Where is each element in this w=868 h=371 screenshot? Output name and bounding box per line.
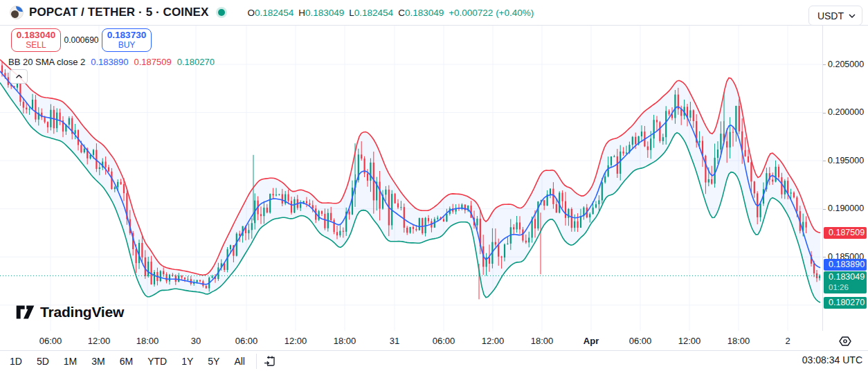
open-label: O: [247, 8, 255, 18]
low-label: L: [349, 8, 354, 18]
high-value: 0.183049: [305, 8, 344, 18]
sell-label: SELL: [26, 41, 46, 51]
time-tick-label: 06:00: [235, 336, 258, 346]
open-value: 0.182454: [255, 8, 293, 18]
price-tick-mark: [823, 113, 826, 114]
utc-clock[interactable]: 03:08:34 UTC: [802, 354, 862, 365]
range-button-1y[interactable]: 1Y: [177, 354, 197, 368]
price-tick-label: 0.195000: [828, 156, 864, 165]
buy-price: 0.183730: [107, 30, 146, 41]
symbol-block[interactable]: POPCAT / TETHER · 5 · COINEX: [10, 6, 208, 19]
price-tick-mark: [823, 64, 826, 65]
tradingview-logo-icon: [15, 303, 35, 321]
go-to-date-button[interactable]: [263, 354, 278, 369]
ohlc-readout: O0.182454 H0.183049 L0.182454 C0.183049 …: [247, 8, 534, 18]
symbol-title[interactable]: POPCAT / TETHER · 5 · COINEX: [29, 6, 208, 19]
time-tick-label: 12:00: [284, 336, 307, 346]
currency-selector-button[interactable]: USDT: [808, 6, 862, 26]
chart-canvas[interactable]: 0.183040 SELL 0.000690 0.183730 BUY BB 2…: [0, 26, 822, 331]
range-button-3m[interactable]: 3M: [87, 354, 109, 368]
watermark-text: TradingView: [40, 304, 124, 320]
toolbar-divider: [256, 354, 257, 369]
bollinger-indicator-legend[interactable]: BB 20 SMA close 2 0.183890 0.187509 0.18…: [8, 57, 215, 67]
price-label-badge: 0.18304901:26: [824, 271, 867, 293]
currency-label: USDT: [817, 10, 844, 21]
price-tick-label: 0.200000: [828, 107, 864, 117]
close-label: C: [398, 8, 405, 18]
range-button-6m[interactable]: 6M: [116, 354, 137, 368]
buy-label: BUY: [118, 41, 136, 51]
time-tick-label: 18:00: [334, 336, 356, 346]
time-tick-label: 30: [191, 336, 201, 346]
bb-lower-value: 0.180270: [177, 57, 215, 67]
time-tick-label: 12:00: [678, 336, 701, 346]
price-label-badge: 0.187509: [824, 227, 867, 239]
market-status-dot[interactable]: [218, 9, 225, 16]
indicator-name[interactable]: BB 20 SMA close 2: [8, 57, 85, 67]
time-tick-label: 18:00: [531, 336, 554, 346]
time-tick-label: 31: [390, 336, 399, 346]
collapse-legend-button[interactable]: [10, 69, 28, 84]
spread-value: 0.000690: [61, 35, 102, 45]
calendar-icon: [264, 354, 277, 368]
chart-header: POPCAT / TETHER · 5 · COINEX O0.182454 H…: [0, 0, 868, 26]
high-label: H: [298, 8, 305, 18]
price-tick-label: 0.205000: [828, 60, 864, 69]
price-chart-svg[interactable]: [0, 26, 822, 331]
range-button-1d[interactable]: 1D: [6, 354, 26, 368]
popcat-coin-icon: [10, 6, 24, 19]
price-label-badge: 0.180270: [824, 297, 867, 309]
time-tick-label: 12:00: [482, 336, 505, 346]
chevron-down-icon: [849, 14, 856, 18]
bb-basis-value: 0.183890: [91, 57, 128, 67]
chevron-up-icon: [16, 75, 22, 78]
range-button-ytd[interactable]: YTD: [143, 354, 171, 368]
price-tick-mark: [823, 161, 826, 161]
low-value: 0.182454: [354, 8, 393, 18]
range-button-all[interactable]: All: [230, 354, 249, 368]
time-tick-label: 18:00: [136, 336, 159, 346]
change-value: +0.000722 (+0.40%): [449, 8, 534, 18]
bb-upper-value: 0.187509: [134, 57, 172, 67]
time-tick-label: 2: [785, 336, 790, 346]
axis-settings-icon[interactable]: [838, 334, 852, 348]
time-tick-label: 12:00: [88, 336, 111, 346]
bottom-toolbar: 1D5D1M3M6MYTD1Y5YAll 03:08:34 UTC: [0, 351, 868, 371]
price-tick-label: 0.190000: [828, 203, 864, 213]
range-button-5d[interactable]: 5D: [33, 354, 53, 368]
price-tick-mark: [823, 257, 826, 257]
price-tick-mark: [823, 209, 826, 210]
order-panel: 0.183040 SELL 0.000690 0.183730 BUY: [11, 28, 152, 52]
time-axis[interactable]: 06:0012:0018:003006:0012:0018:003106:001…: [0, 331, 868, 351]
time-tick-label: Apr: [584, 336, 599, 346]
date-range-buttons: 1D5D1M3M6MYTD1Y5YAll: [0, 354, 249, 368]
time-tick-label: 06:00: [39, 336, 62, 346]
time-tick-label: 06:00: [433, 336, 455, 346]
sell-price: 0.183040: [17, 30, 55, 41]
tradingview-chart-page: POPCAT / TETHER · 5 · COINEX O0.182454 H…: [0, 0, 868, 371]
sell-button[interactable]: 0.183040 SELL: [11, 28, 61, 52]
time-tick-label: 18:00: [727, 336, 750, 346]
time-tick-label: 06:00: [629, 336, 652, 346]
close-value: 0.183049: [405, 8, 444, 18]
range-button-1m[interactable]: 1M: [60, 354, 81, 368]
price-label-badge: 0.183890: [824, 259, 867, 271]
price-axis[interactable]: 0.2050000.2000000.1950000.1900000.185000…: [822, 26, 868, 331]
buy-button[interactable]: 0.183730 BUY: [102, 28, 152, 52]
tradingview-watermark[interactable]: TradingView: [15, 303, 124, 321]
range-button-5y[interactable]: 5Y: [204, 354, 224, 368]
